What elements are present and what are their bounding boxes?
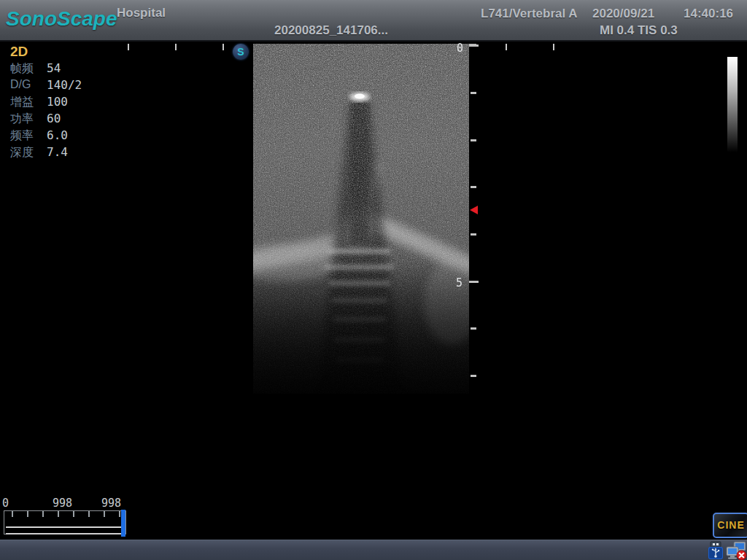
cine-total-frames: 998 [101,497,121,510]
taskbar [0,540,747,560]
probe-orientation-mark: S [233,44,249,60]
exam-id: 20200825_141706... [274,23,388,38]
cine-start-frame: 0 [2,497,9,510]
cine-button[interactable]: CINE [713,513,747,538]
cine-position-marker[interactable] [121,510,125,537]
probe-preset: L741/Vertebral A [481,7,578,21]
param-value: 60 [47,112,61,125]
depth-label-5: 5 [456,276,462,289]
mi-tis-readout: MI 0.4 TIS 0.3 [600,23,678,38]
system-date: 2020/09/21 [592,7,654,21]
param-row-gain: 增益 100 [10,95,142,112]
param-label: 功率 [10,112,34,127]
cine-current-frame: 998 [53,497,72,510]
param-label: 频率 [10,128,34,144]
header-bar: SonoScape Hospital L741/Vertebral A 2020… [0,0,747,42]
mode-label: 2D [10,44,28,60]
ultrasound-system-screen: SonoScape Hospital L741/Vertebral A 2020… [0,0,747,560]
param-row-frequency: 频率 6.0 [10,128,142,145]
param-row-power: 功率 60 [10,112,142,128]
param-value: 6.0 [47,128,68,142]
param-row-depth: 深度 7.4 [10,145,142,162]
param-label: 增益 [10,95,34,110]
param-label: D/G [10,78,31,91]
param-row-frame-rate: 帧频 54 [10,61,142,78]
cine-progress-bar[interactable] [4,510,126,534]
sonoscape-logo: SonoScape [6,7,117,31]
param-row-dg: D/G 140/2 [10,78,142,95]
network-error-icon[interactable] [726,541,747,560]
grayscale-bar [727,57,738,152]
system-time: 14:40:16 [684,7,733,21]
cine-track-line [6,526,123,534]
param-value: 100 [47,95,68,109]
param-value: 7.4 [47,145,68,159]
focus-marker-icon [470,206,478,214]
param-value: 54 [47,61,61,75]
depth-label-0: 0 [457,42,463,55]
hospital-name: Hospital [117,6,166,20]
ultrasound-image [253,44,469,394]
param-label: 帧频 [10,61,34,77]
usb-icon[interactable] [707,541,726,560]
param-label: 深度 [10,145,34,160]
ultrasound-scan-canvas [253,44,469,394]
param-value: 140/2 [47,78,82,92]
